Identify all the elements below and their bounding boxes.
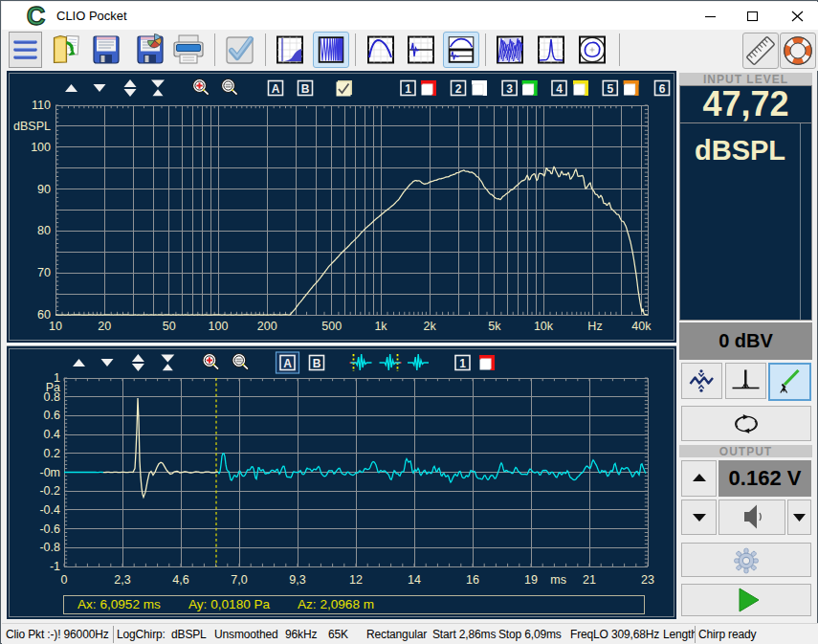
svg-text:Ay: 0,0180 Pa: Ay: 0,0180 Pa (188, 597, 271, 611)
svg-text:2,3: 2,3 (114, 573, 130, 587)
svg-text:6: 6 (659, 82, 666, 96)
svg-text:C: C (27, 5, 46, 28)
svg-text:5k: 5k (488, 320, 501, 333)
svg-text:80: 80 (37, 224, 51, 237)
svg-text:ms: ms (550, 573, 566, 587)
svg-text:100: 100 (209, 320, 229, 333)
svg-text:0: 0 (61, 573, 68, 587)
svg-text:50: 50 (163, 320, 176, 333)
svg-text:4,6: 4,6 (172, 573, 188, 587)
svg-text:1k: 1k (374, 320, 387, 333)
svg-text:Ax: 6,0952 ms: Ax: 6,0952 ms (77, 597, 161, 611)
svg-text:10: 10 (49, 320, 62, 333)
svg-text:dBSPL: dBSPL (13, 120, 51, 133)
svg-text:1: 1 (459, 357, 466, 370)
svg-text:B: B (301, 82, 310, 96)
svg-text:7,0: 7,0 (231, 573, 247, 587)
svg-text:-0.6: -0.6 (39, 522, 60, 536)
svg-text:10k: 10k (534, 320, 554, 333)
svg-text:40k: 40k (631, 320, 652, 333)
svg-text:A: A (283, 357, 292, 370)
svg-text:23: 23 (641, 573, 654, 587)
svg-text:1: 1 (405, 82, 411, 96)
svg-text:14: 14 (408, 573, 421, 587)
svg-text:19: 19 (524, 573, 538, 587)
svg-text:-0.8: -0.8 (39, 541, 60, 554)
svg-text:16: 16 (466, 573, 479, 587)
svg-text:-0.2: -0.2 (39, 484, 60, 498)
svg-text:Hz: Hz (587, 320, 602, 333)
svg-text:B: B (313, 357, 321, 370)
svg-text:12: 12 (349, 573, 363, 587)
svg-text:70: 70 (37, 266, 51, 279)
svg-text:0.6: 0.6 (44, 409, 60, 422)
svg-text:-1: -1 (50, 560, 60, 573)
svg-text:-0m: -0m (39, 466, 60, 479)
svg-text:A: A (272, 82, 280, 96)
svg-text:0.2: 0.2 (44, 447, 60, 460)
svg-text:100: 100 (31, 141, 51, 154)
svg-text:0.4: 0.4 (44, 428, 60, 441)
svg-text:4: 4 (556, 82, 563, 96)
svg-text:20: 20 (98, 320, 111, 333)
svg-text:-0.4: -0.4 (39, 503, 60, 517)
svg-text:21: 21 (583, 573, 596, 587)
svg-text:2: 2 (455, 82, 462, 96)
svg-text:500: 500 (321, 320, 342, 333)
svg-text:90: 90 (37, 183, 51, 196)
svg-text:2k: 2k (424, 320, 437, 333)
svg-text:Az: 2,0968 m: Az: 2,0968 m (298, 597, 374, 611)
svg-text:Pa: Pa (46, 381, 60, 394)
svg-text:5: 5 (607, 82, 613, 96)
svg-text:3: 3 (506, 82, 513, 96)
svg-text:9,3: 9,3 (289, 573, 305, 587)
svg-text:200: 200 (257, 320, 277, 333)
svg-text:110: 110 (32, 99, 51, 112)
